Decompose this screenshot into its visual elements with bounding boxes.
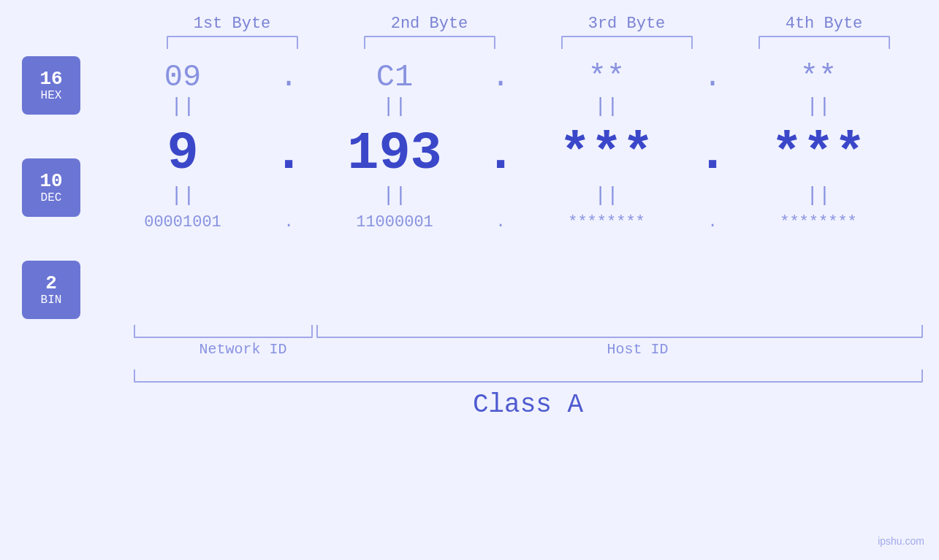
hex-badge: 16 HEX xyxy=(22,56,80,115)
hex-number: 16 xyxy=(39,69,62,90)
eq-1-4: || xyxy=(731,96,906,117)
bracket-2 xyxy=(342,36,517,49)
dec-byte-1: 9 xyxy=(95,124,270,184)
bracket-top-2 xyxy=(364,36,495,49)
hex-byte-3: ** xyxy=(519,60,694,95)
top-brackets xyxy=(134,36,923,49)
watermark: ipshu.com xyxy=(878,535,924,547)
eq-row-1: || || || || xyxy=(95,96,939,117)
bin-dot-3: . xyxy=(694,213,731,231)
bracket-4 xyxy=(737,36,912,49)
eq-row-2: || || || || xyxy=(95,185,939,206)
bracket-top-4 xyxy=(759,36,890,49)
network-id-label: Network ID xyxy=(134,341,353,358)
bracket-top-3 xyxy=(561,36,693,49)
bracket-3 xyxy=(539,36,715,49)
bin-row: 00001001 . 11000001 . ******** . xyxy=(95,213,939,231)
bracket-top-1 xyxy=(167,36,298,49)
bottom-section: Network ID Host ID xyxy=(134,325,923,358)
dec-dot-2: . xyxy=(482,124,519,184)
host-id-label: Host ID xyxy=(353,341,923,358)
class-section: Class A xyxy=(134,369,923,420)
dec-byte-4: *** xyxy=(731,124,906,184)
bottom-brackets xyxy=(134,325,923,338)
eq-2-4: || xyxy=(731,185,906,206)
hex-byte-4: ** xyxy=(731,60,906,95)
host-bracket xyxy=(316,325,923,338)
hex-row: 09 . C1 . ** . ** xyxy=(95,60,939,95)
hex-byte-1: 09 xyxy=(95,60,270,95)
dec-dot-1: . xyxy=(270,124,307,184)
bin-dot-2: . xyxy=(482,213,519,231)
dec-byte-2: 193 xyxy=(307,124,482,184)
hex-byte-2: C1 xyxy=(307,60,482,95)
main-content: 16 HEX 10 DEC 2 BIN 09 . xyxy=(0,56,939,319)
bin-number: 2 xyxy=(45,273,57,294)
bin-byte-4: ******** xyxy=(731,213,906,231)
eq-1-1: || xyxy=(95,96,270,117)
byte-label-2: 2nd Byte xyxy=(342,15,517,33)
bin-byte-2: 11000001 xyxy=(307,213,482,231)
hex-dot-1: . xyxy=(270,60,307,95)
hex-dot-2: . xyxy=(482,60,519,95)
byte-label-1: 1st Byte xyxy=(145,15,320,33)
eq-2-2: || xyxy=(307,185,482,206)
dec-badge: 10 DEC xyxy=(22,158,80,217)
bin-badge: 2 BIN xyxy=(22,261,80,319)
main-container: 1st Byte 2nd Byte 3rd Byte 4th Byte 16 H… xyxy=(0,0,939,560)
byte-label-3: 3rd Byte xyxy=(539,15,715,33)
byte-label-4: 4th Byte xyxy=(737,15,912,33)
dec-row: 9 . 193 . *** . *** xyxy=(95,124,939,184)
dec-byte-3: *** xyxy=(519,124,694,184)
bin-byte-3: ******** xyxy=(519,213,694,231)
bin-byte-1: 00001001 xyxy=(95,213,270,231)
dec-number: 10 xyxy=(39,171,62,192)
eq-2-3: || xyxy=(519,185,694,206)
eq-1-3: || xyxy=(519,96,694,117)
class-label: Class A xyxy=(134,390,923,420)
dec-dot-3: . xyxy=(694,124,731,184)
network-bracket xyxy=(134,325,313,338)
id-labels: Network ID Host ID xyxy=(134,341,923,358)
eq-2-1: || xyxy=(95,185,270,206)
hex-name: HEX xyxy=(41,89,62,102)
eq-1-2: || xyxy=(307,96,482,117)
dec-name: DEC xyxy=(41,191,62,204)
ip-grid: 09 . C1 . ** . ** xyxy=(95,56,939,231)
bin-dot-1: . xyxy=(270,213,307,231)
class-bracket xyxy=(134,369,923,383)
byte-headers: 1st Byte 2nd Byte 3rd Byte 4th Byte xyxy=(134,15,923,33)
hex-dot-3: . xyxy=(694,60,731,95)
bin-name: BIN xyxy=(41,294,62,307)
bracket-1 xyxy=(145,36,320,49)
base-labels: 16 HEX 10 DEC 2 BIN xyxy=(22,56,80,319)
